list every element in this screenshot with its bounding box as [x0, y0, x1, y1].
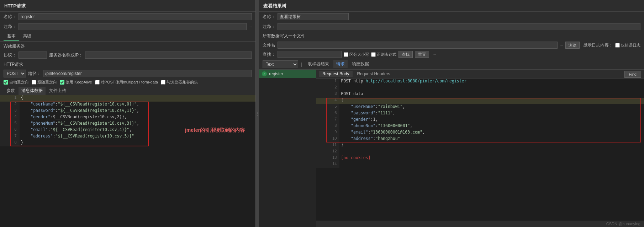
- right-code-line-3: 3 POST data: [316, 91, 644, 98]
- find-right-button[interactable]: Find: [624, 71, 641, 78]
- protocol-input[interactable]: [19, 52, 47, 59]
- protocol-row: 协议： 服务器名称或IP：: [0, 50, 255, 60]
- server-label: 服务器名称或IP：: [49, 52, 83, 58]
- file-more-dots: ···: [560, 43, 563, 48]
- tab-basic[interactable]: 基本: [4, 32, 19, 41]
- code-line-7: 7 "address":"${__CSVRead(register10.csv,…: [0, 134, 255, 140]
- response-code-area[interactable]: 1 POST http http://localhost:8080/pinter…: [316, 79, 644, 221]
- browse-button[interactable]: 浏览: [565, 42, 580, 49]
- right-comment-label: 注释：: [263, 24, 275, 30]
- show-log-label: 显示日志内容：: [583, 42, 613, 48]
- right-code-line-13: 13 [no cookies]: [316, 155, 644, 162]
- case-sensitive-checkbox[interactable]: 区分大小写: [344, 52, 369, 57]
- right-code-line-10: 10 "address":"hangzhou": [316, 136, 644, 142]
- reset-button[interactable]: 重置: [415, 51, 429, 58]
- sub-tab-body[interactable]: 消息体数据: [19, 87, 46, 95]
- code-editor-left[interactable]: 1 { 2 "userName":"${__CSVRead(register10…: [0, 95, 255, 227]
- req-tab-headers[interactable]: Request Headers: [353, 71, 394, 77]
- annotation-text: jmeter的引用读取到的内容: [185, 127, 245, 134]
- right-name-row: 名称：: [259, 12, 644, 22]
- name-row: 名称：: [0, 12, 255, 22]
- right-code-line-4: 4 {: [316, 98, 644, 104]
- code-line-8: 8 }: [0, 140, 255, 146]
- comment-input[interactable]: [19, 23, 247, 30]
- multipart-checkbox[interactable]: 对POST使用multipart / form-data: [95, 80, 158, 85]
- search-label: 查找：: [263, 52, 275, 58]
- right-panel: 查看结果树 名称： 注释： 所有数据写入一个文件 文件名 ··· 浏览 显示日志…: [259, 0, 644, 227]
- code-line-2: 2 "userName":"${__CSVRead(register10.csv…: [0, 102, 255, 108]
- path-input[interactable]: [43, 70, 252, 77]
- right-name-input[interactable]: [278, 13, 349, 20]
- right-code-line-5: 5 "userName":"rainbow1",: [316, 104, 644, 110]
- tab-request[interactable]: 请求: [333, 60, 348, 68]
- server-input[interactable]: [85, 52, 252, 59]
- more-dots: ···: [249, 25, 252, 29]
- sub-tab-params[interactable]: 参数: [4, 87, 18, 95]
- file-input[interactable]: [278, 42, 558, 49]
- http-request-title: HTTP请求: [0, 60, 255, 69]
- search-row: 查找： 区分大小写 正则表达式 查找 重置 ···: [259, 50, 644, 59]
- right-code-line-14: 14: [316, 162, 644, 168]
- find-button[interactable]: 查找: [398, 51, 413, 58]
- right-code-line-6: 6 "password":"1111",: [316, 110, 644, 117]
- right-comment-row: 注释：: [259, 22, 644, 32]
- tab-advanced[interactable]: 高级: [19, 32, 35, 41]
- sep-dot: |: [301, 62, 302, 67]
- bottom-bar: CSDN @hunanying: [316, 221, 644, 227]
- web-server-title: Web服务器: [0, 42, 255, 50]
- name-label: 名称：: [4, 14, 16, 20]
- keepalive-checkbox[interactable]: 使用 KeepAlive: [60, 80, 92, 85]
- right-code-line-9: 9 "email":"13600000001@163.com",: [316, 130, 644, 136]
- right-code-line-1: 1 POST http http://localhost:8080/pinter…: [316, 79, 644, 85]
- regex-checkbox[interactable]: 正则表达式: [371, 52, 396, 57]
- write-file-row: 所有数据写入一个文件: [259, 32, 644, 40]
- right-code-line-2: 2: [316, 85, 644, 91]
- sampler-list: ✓ register: [259, 70, 316, 227]
- right-name-label: 名称：: [263, 14, 275, 20]
- tab-sampler-result[interactable]: 取样器结果: [305, 60, 332, 68]
- right-code-line-8: 8 "phoneNum":"13600000001",: [316, 123, 644, 130]
- right-code-line-12: 12: [316, 149, 644, 155]
- sampler-icon-register: ✓: [262, 71, 267, 76]
- method-select[interactable]: POST: [4, 70, 26, 77]
- comment-label: 注释：: [4, 24, 16, 30]
- left-panel: HTTP请求 名称： 注释： ··· 基本 高级 Web服务器 协议： 服务器名…: [0, 0, 256, 227]
- name-input[interactable]: [19, 13, 252, 20]
- result-tabs-row: Text | 取样器结果 请求 响应数据: [259, 59, 644, 70]
- right-panel-title: 查看结果树: [259, 0, 644, 12]
- watermark-text: CSDN @hunanying: [606, 222, 640, 226]
- left-panel-title: HTTP请求: [0, 0, 255, 12]
- view-dropdown[interactable]: Text: [263, 60, 298, 68]
- req-tab-body[interactable]: Request Body: [319, 71, 353, 77]
- right-code-line-11: 11 }: [316, 142, 644, 149]
- right-code-line-7: 7 "gender":1,: [316, 117, 644, 123]
- search-input[interactable]: [278, 51, 342, 58]
- file-label: 文件名: [263, 42, 275, 48]
- search-more-dots: ···: [433, 52, 436, 57]
- protocol-label: 协议：: [4, 52, 16, 58]
- browser-compat-checkbox[interactable]: 与浏览器兼容的头: [161, 80, 198, 85]
- drag-handle[interactable]: [256, 0, 259, 227]
- response-panel: Request Body Request Headers Find 1 POST…: [316, 70, 644, 227]
- code-line-4: 4 "gender":$__CSVRead(register10.csv,2)}…: [0, 114, 255, 121]
- auto-redirect-checkbox[interactable]: 自动重定向: [4, 80, 29, 85]
- code-line-1: 1 {: [0, 95, 255, 102]
- tab-response-data[interactable]: 响应数据: [349, 60, 372, 68]
- file-name-row: 文件名 ··· 浏览 显示日志内容： 仅错误日志: [259, 40, 644, 50]
- code-line-3: 3 "password":"${__CSVRead(register10.csv…: [0, 108, 255, 114]
- sub-tab-upload[interactable]: 文件上传: [46, 87, 69, 95]
- right-comment-input[interactable]: [278, 23, 640, 30]
- sampler-name-register: register: [269, 71, 283, 76]
- sampler-item-register[interactable]: ✓ register: [259, 70, 316, 78]
- code-table-right: 1 POST http http://localhost:8080/pinter…: [316, 79, 644, 168]
- only-error-checkbox[interactable]: 仅错误日志: [615, 43, 640, 48]
- code-line-5: 5 "phoneNum":"${__CSVRead(register10.csv…: [0, 121, 255, 127]
- path-label: 路径：: [28, 71, 41, 77]
- follow-redirect-checkbox[interactable]: 跟随重定向: [32, 80, 57, 85]
- sub-tabs: 参数 消息体数据 文件上传: [0, 87, 255, 95]
- request-sub-tabs: Request Body Request Headers Find: [316, 70, 644, 79]
- main-tabs: 基本 高级: [0, 32, 255, 42]
- right-content-area: ✓ register Request Body Request Headers …: [259, 70, 644, 227]
- checkbox-row: 自动重定向 跟随重定向 使用 KeepAlive 对POST使用multipar…: [0, 79, 255, 86]
- write-file-label: 所有数据写入一个文件: [263, 33, 305, 39]
